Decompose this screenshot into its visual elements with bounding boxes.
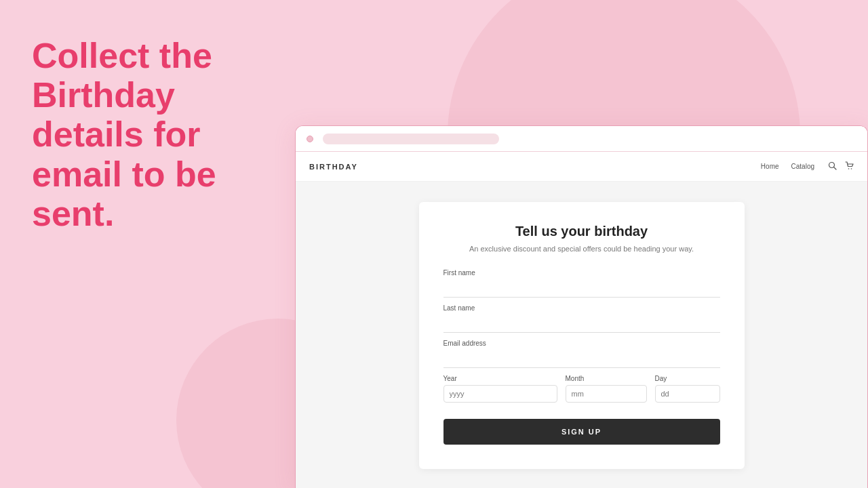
last-name-label: Last name — [443, 304, 720, 312]
store-nav-icons — [828, 161, 854, 172]
email-label: Email address — [443, 340, 720, 347]
svg-point-2 — [848, 168, 850, 169]
headline-line2: Birthday — [32, 75, 175, 115]
month-label: Month — [566, 375, 647, 382]
browser-chrome — [296, 126, 867, 152]
first-name-label: First name — [443, 269, 720, 277]
browser-address-bar[interactable] — [323, 134, 499, 144]
day-label: Day — [655, 375, 720, 382]
first-name-input[interactable] — [443, 279, 720, 298]
form-subtitle: An exclusive discount and special offers… — [443, 245, 720, 253]
store-content: Tell us your birthday An exclusive disco… — [296, 182, 867, 488]
headline-line1: Collect the — [32, 36, 212, 75]
day-input[interactable] — [655, 385, 720, 403]
year-field: Year — [443, 375, 557, 403]
search-icon[interactable] — [828, 161, 837, 172]
year-input[interactable] — [443, 385, 557, 403]
day-field: Day — [655, 375, 720, 403]
nav-link-home[interactable]: Home — [761, 163, 779, 170]
svg-line-1 — [834, 167, 837, 169]
month-input[interactable] — [566, 385, 647, 403]
email-field: Email address — [443, 340, 720, 368]
form-title: Tell us your birthday — [443, 224, 720, 239]
headline-line5: sent. — [32, 194, 114, 233]
signup-button[interactable]: SIGN UP — [443, 419, 720, 445]
browser-dot — [307, 136, 313, 142]
store-navbar: BIRTHDAY Home Catalog — [296, 152, 867, 182]
cart-icon[interactable] — [845, 161, 854, 172]
first-name-field: First name — [443, 269, 720, 298]
date-row: Year Month Day — [443, 375, 720, 403]
birthday-card: Tell us your birthday An exclusive disco… — [419, 202, 745, 469]
store-brand: BIRTHDAY — [309, 163, 358, 171]
nav-link-catalog[interactable]: Catalog — [791, 163, 814, 170]
headline-line4: email to be — [32, 155, 216, 194]
month-field: Month — [566, 375, 647, 403]
email-input[interactable] — [443, 350, 720, 368]
year-label: Year — [443, 375, 557, 382]
last-name-input[interactable] — [443, 314, 720, 333]
headline-line3: details for — [32, 115, 201, 154]
last-name-field: Last name — [443, 304, 720, 333]
svg-point-3 — [851, 168, 852, 169]
headline: Collect the Birthday details for email t… — [32, 36, 262, 233]
browser-mockup: BIRTHDAY Home Catalog T — [295, 125, 868, 488]
store-nav-links: Home Catalog — [761, 163, 814, 170]
